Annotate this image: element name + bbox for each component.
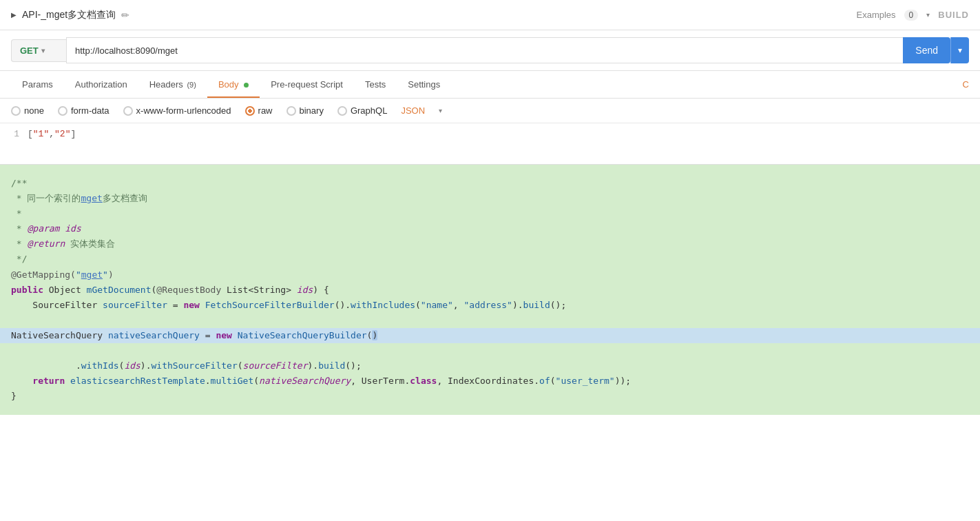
- examples-badge: 0: [904, 10, 919, 21]
- line-content-1: ["1","2"]: [28, 129, 76, 139]
- radio-raw: [245, 106, 255, 116]
- bracket-close: ]: [70, 129, 76, 139]
- body-type-raw[interactable]: raw: [245, 105, 273, 116]
- headers-badge: (9): [187, 81, 196, 89]
- line-number-1: 1: [0, 129, 28, 139]
- body-dot: [244, 83, 249, 88]
- body-type-formdata[interactable]: form-data: [58, 105, 110, 116]
- tab-settings[interactable]: Settings: [397, 71, 451, 98]
- top-bar-left: ▶ API-_mget多文档查询 ✏: [11, 9, 129, 21]
- comment-area: /** * 同一个索引的mget多文档查询 * * @param ids * @…: [0, 165, 980, 415]
- play-icon[interactable]: ▶: [11, 11, 17, 19]
- tab-headers[interactable]: Headers (9): [138, 71, 207, 98]
- editor-line-1: 1 ["1","2"]: [0, 129, 980, 139]
- url-bar: GET ▾ Send ▾: [0, 30, 980, 71]
- json-dropdown-icon[interactable]: ▾: [439, 107, 442, 114]
- body-types: none form-data x-www-form-urlencoded raw…: [0, 99, 980, 123]
- radio-graphql: [337, 106, 347, 116]
- code-block: /** * 同一个索引的mget多文档查询 * * @param ids * @…: [0, 176, 980, 404]
- tab-extra: C: [963, 71, 969, 98]
- body-type-graphql-label: GraphQL: [351, 105, 387, 116]
- string-1: "1": [33, 129, 49, 139]
- comma: ,: [49, 129, 54, 139]
- examples-dropdown-icon[interactable]: ▾: [926, 11, 930, 19]
- examples-label: Examples: [857, 10, 896, 20]
- body-type-urlencoded[interactable]: x-www-form-urlencoded: [123, 105, 231, 116]
- bracket-open: [: [28, 129, 33, 139]
- body-type-binary-label: binary: [300, 105, 324, 116]
- url-input[interactable]: [66, 37, 903, 63]
- body-type-binary[interactable]: binary: [286, 105, 324, 116]
- tab-params[interactable]: Params: [11, 71, 64, 98]
- body-type-urlencoded-label: x-www-form-urlencoded: [136, 105, 231, 116]
- body-type-raw-label: raw: [258, 105, 273, 116]
- tab-tests[interactable]: Tests: [354, 71, 397, 98]
- build-button[interactable]: BUILD: [938, 10, 969, 20]
- edit-icon[interactable]: ✏: [121, 10, 129, 21]
- top-bar-right: Examples 0 ▾ BUILD: [857, 10, 969, 21]
- tab-prerequest[interactable]: Pre-request Script: [260, 71, 354, 98]
- method-label: GET: [20, 45, 39, 56]
- radio-urlencoded: [123, 106, 133, 116]
- body-type-formdata-label: form-data: [71, 105, 110, 116]
- body-type-graphql[interactable]: GraphQL: [337, 105, 387, 116]
- tab-authorization[interactable]: Authorization: [64, 71, 138, 98]
- radio-formdata: [58, 106, 67, 116]
- send-dropdown-button[interactable]: ▾: [950, 37, 969, 63]
- page-title: API-_mget多文档查询: [22, 9, 116, 21]
- tab-body[interactable]: Body: [207, 71, 260, 98]
- method-dropdown-icon: ▾: [41, 47, 45, 54]
- radio-none: [11, 106, 21, 116]
- string-2: "2": [54, 129, 70, 139]
- top-bar: ▶ API-_mget多文档查询 ✏ Examples 0 ▾ BUILD: [0, 0, 980, 30]
- method-select[interactable]: GET ▾: [11, 39, 66, 62]
- body-type-none-label: none: [24, 105, 44, 116]
- send-button[interactable]: Send: [903, 37, 950, 63]
- radio-binary: [286, 106, 296, 116]
- json-label: JSON: [401, 105, 425, 116]
- body-type-none[interactable]: none: [11, 105, 44, 116]
- tabs-bar: Params Authorization Headers (9) Body Pr…: [0, 71, 980, 99]
- editor-area[interactable]: 1 ["1","2"]: [0, 123, 980, 165]
